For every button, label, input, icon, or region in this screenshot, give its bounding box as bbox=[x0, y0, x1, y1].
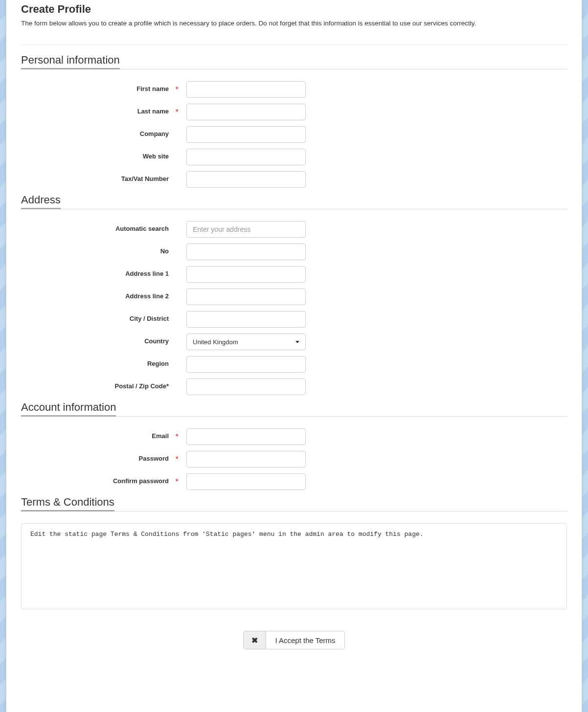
country-value: United Kingdom bbox=[193, 338, 238, 346]
label-line2: Address line 2 bbox=[21, 289, 176, 300]
row-company: Company bbox=[21, 126, 567, 143]
city-input[interactable] bbox=[186, 311, 306, 328]
row-website: Web site bbox=[21, 149, 567, 165]
label-line1: Address line 1 bbox=[21, 266, 176, 277]
row-password: Password * bbox=[21, 451, 567, 467]
section-personal-heading: Personal information bbox=[21, 54, 120, 69]
page-title: Create Profile bbox=[21, 0, 567, 16]
no-input[interactable] bbox=[186, 244, 306, 260]
email-input[interactable] bbox=[186, 428, 306, 445]
confirm-password-input[interactable] bbox=[186, 473, 306, 490]
auto-search-input[interactable] bbox=[186, 221, 306, 238]
required-mark: * bbox=[176, 108, 178, 115]
last-name-input[interactable] bbox=[186, 104, 306, 120]
row-tax: Tax/Vat Number bbox=[21, 171, 567, 188]
row-auto-search: Automatic search bbox=[21, 221, 567, 238]
section-personal: Personal information First name * Last n… bbox=[21, 54, 567, 188]
label-auto-search: Automatic search bbox=[21, 221, 176, 232]
label-postal: Postal / Zip Code* bbox=[21, 378, 176, 390]
country-select[interactable]: United Kingdom bbox=[186, 334, 306, 350]
line1-input[interactable] bbox=[186, 266, 306, 283]
accept-terms-wrap: ✖ I Accept the Terms bbox=[21, 631, 567, 649]
postal-input[interactable] bbox=[186, 378, 306, 395]
terms-text: Edit the static page Terms & Conditions … bbox=[21, 523, 567, 609]
divider bbox=[21, 44, 567, 45]
close-icon: ✖ bbox=[251, 636, 258, 645]
label-city: City / District bbox=[21, 311, 176, 322]
page-container: Create Profile The form below allows you… bbox=[6, 0, 582, 712]
section-address-heading: Address bbox=[21, 194, 61, 209]
first-name-input[interactable] bbox=[186, 81, 306, 98]
page-description: The form below allows you to create a pr… bbox=[21, 20, 567, 27]
required-mark: * bbox=[176, 85, 178, 93]
label-region: Region bbox=[21, 356, 176, 367]
line2-input[interactable] bbox=[186, 289, 306, 305]
website-input[interactable] bbox=[186, 149, 306, 165]
required-mark: * bbox=[176, 477, 178, 485]
section-terms: Terms & Conditions Edit the static page … bbox=[21, 496, 567, 609]
caret-down-icon bbox=[295, 341, 299, 343]
label-confirm: Confirm password bbox=[21, 473, 176, 485]
row-city: City / District bbox=[21, 311, 567, 328]
row-no: No bbox=[21, 244, 567, 260]
label-company: Company bbox=[21, 126, 176, 137]
accept-terms-button[interactable]: I Accept the Terms bbox=[266, 631, 344, 649]
password-input[interactable] bbox=[186, 451, 306, 467]
row-country: Country United Kingdom bbox=[21, 334, 567, 350]
tax-input[interactable] bbox=[186, 171, 306, 188]
required-mark: * bbox=[176, 432, 178, 440]
region-input[interactable] bbox=[186, 356, 306, 373]
label-last-name: Last name bbox=[21, 104, 176, 115]
label-country: Country bbox=[21, 334, 176, 345]
required-mark: * bbox=[176, 455, 178, 463]
section-address: Address Automatic search No Address line… bbox=[21, 194, 567, 395]
row-last-name: Last name * bbox=[21, 104, 567, 120]
row-email: Email * bbox=[21, 428, 567, 445]
label-tax: Tax/Vat Number bbox=[21, 171, 176, 182]
company-input[interactable] bbox=[186, 126, 306, 143]
row-line2: Address line 2 bbox=[21, 289, 567, 305]
section-terms-heading: Terms & Conditions bbox=[21, 496, 114, 512]
label-password: Password bbox=[21, 451, 176, 462]
section-account-heading: Account information bbox=[21, 401, 116, 417]
label-email: Email bbox=[21, 428, 176, 440]
row-confirm: Confirm password * bbox=[21, 473, 567, 490]
label-first-name: First name bbox=[21, 81, 176, 92]
accept-terms-group: ✖ I Accept the Terms bbox=[243, 631, 344, 649]
label-no: No bbox=[21, 244, 176, 255]
row-postal: Postal / Zip Code* bbox=[21, 378, 567, 395]
accept-toggle-button[interactable]: ✖ bbox=[244, 631, 266, 649]
row-region: Region bbox=[21, 356, 567, 373]
row-line1: Address line 1 bbox=[21, 266, 567, 283]
row-first-name: First name * bbox=[21, 81, 567, 98]
label-website: Web site bbox=[21, 149, 176, 160]
section-account: Account information Email * Password * C… bbox=[21, 401, 567, 490]
